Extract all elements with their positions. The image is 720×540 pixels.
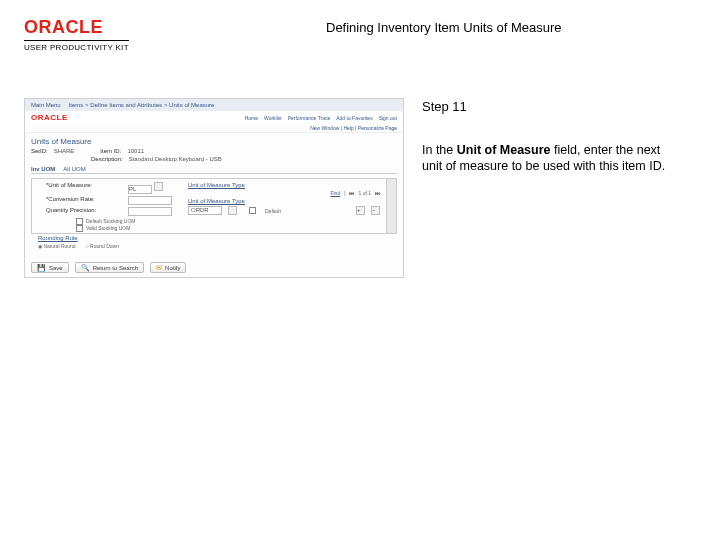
add-row-icon[interactable]: + xyxy=(356,206,365,215)
content-row: Main Menu Items > Define Items and Attri… xyxy=(24,98,696,278)
tutorial-column: Step 11 In the Unit of Measure field, en… xyxy=(422,98,682,175)
uom-type-default-label: Default xyxy=(265,208,281,214)
scrollbar[interactable] xyxy=(386,179,396,233)
return-to-search-button[interactable]: 🔍Return to Search xyxy=(75,262,144,273)
scroll-first-icon[interactable]: ⏮ xyxy=(349,190,354,196)
top-nav-links: Home Worklist Performance Trace Add to F… xyxy=(245,115,397,121)
left-form-panel: *Unit of Measure: PL *Conversion Rate: Q… xyxy=(32,179,182,233)
notify-button[interactable]: ✉Notify xyxy=(150,262,186,273)
brand-subline: USER PRODUCTIVITY KIT xyxy=(24,40,129,52)
instruction-prefix: In the xyxy=(422,143,457,157)
brand-logo: ORACLE USER PRODUCTIVITY KIT xyxy=(24,18,154,54)
nav-favorites[interactable]: Add to Favorites xyxy=(336,115,372,121)
tab-inv-uom[interactable]: Inv UOM xyxy=(31,166,55,172)
brand-wordmark: ORACLE xyxy=(24,18,154,36)
page-util-links: New Window | Help | Personalize Page xyxy=(25,124,403,133)
uom-type-subheading: Unit of Measure Type xyxy=(188,198,380,204)
rounding-natural-option[interactable]: ◉ Natural Round xyxy=(38,243,76,249)
conversion-rate-label: *Conversion Rate: xyxy=(46,196,124,205)
valid-stocking-uom-label: Valid Stocking UOM xyxy=(86,225,130,231)
header: ORACLE USER PRODUCTIVITY KIT Defining In… xyxy=(24,18,696,54)
valid-stocking-uom-checkbox[interactable] xyxy=(76,225,83,232)
itemid-value: 10011 xyxy=(127,148,144,154)
find-link[interactable]: Find xyxy=(330,190,340,196)
rounding-rule-heading: Rounding Rule xyxy=(38,235,176,241)
conversion-rate-input[interactable] xyxy=(128,196,172,205)
nav-home[interactable]: Home xyxy=(245,115,258,121)
breadcrumb-path: Items > Define Items and Attributes > Un… xyxy=(69,102,215,108)
notify-icon: ✉ xyxy=(156,264,162,271)
app-screenshot: Main Menu Items > Define Items and Attri… xyxy=(24,98,404,278)
scroll-last-icon[interactable]: ⏭ xyxy=(375,190,380,196)
description-value: Standard Desktop Keyboard - USB xyxy=(129,156,222,162)
itemid-label: Item ID: xyxy=(100,148,121,154)
lookup-icon[interactable] xyxy=(154,182,163,191)
delete-row-icon[interactable]: − xyxy=(371,206,380,215)
uom-type-input[interactable]: ORDR xyxy=(188,206,222,215)
rounding-down-option[interactable]: ○ Round Down xyxy=(86,243,119,249)
instruction-text: In the Unit of Measure field, enter the … xyxy=(422,142,682,176)
nav-worklist[interactable]: Worklist xyxy=(264,115,282,121)
breadcrumb-root: Main Menu xyxy=(31,102,61,108)
uom-type-default-checkbox[interactable] xyxy=(249,207,256,214)
default-stocking-uom-checkbox[interactable] xyxy=(76,218,83,225)
quantity-precision-label: Quantity Precision: xyxy=(46,207,124,216)
instruction-bold: Unit of Measure xyxy=(457,143,551,157)
quantity-precision-input[interactable] xyxy=(128,207,172,216)
uom-type-heading: Unit of Measure Type xyxy=(188,182,380,188)
nav-perf-trace[interactable]: Performance Trace xyxy=(288,115,331,121)
page-title: Units of Measure xyxy=(31,137,397,146)
setid-value: SHARE xyxy=(54,148,75,154)
tab-all-uom[interactable]: All UOM xyxy=(63,166,85,172)
tab-strip: Inv UOM All UOM xyxy=(31,166,397,174)
page-root: ORACLE USER PRODUCTIVITY KIT Defining In… xyxy=(0,0,720,540)
app-body: Units of Measure SetID: SHARE Item ID: 1… xyxy=(25,133,403,256)
save-button[interactable]: 💾Save xyxy=(31,262,69,273)
step-label: Step 11 xyxy=(422,98,682,116)
document-title: Defining Inventory Item Units of Measure xyxy=(326,20,562,35)
app-brand-word: ORACLE xyxy=(31,113,68,122)
lookup-icon[interactable] xyxy=(228,206,237,215)
setid-label: SetID: xyxy=(31,148,48,154)
description-label: Description: xyxy=(91,156,123,162)
action-button-row: 💾Save 🔍Return to Search ✉Notify xyxy=(25,262,403,277)
uom-input[interactable]: PL xyxy=(128,185,152,194)
uom-label: *Unit of Measure: xyxy=(46,182,124,194)
breadcrumb: Main Menu Items > Define Items and Attri… xyxy=(25,99,403,111)
right-type-panel: Unit of Measure Type Find | ⏮ 1 of 1 ⏭ U… xyxy=(182,179,386,233)
return-icon: 🔍 xyxy=(81,264,90,271)
nav-signout[interactable]: Sign out xyxy=(379,115,397,121)
save-icon: 💾 xyxy=(37,264,46,271)
brand-bar: ORACLE Home Worklist Performance Trace A… xyxy=(25,111,403,124)
default-stocking-uom-label: Default Stocking UOM xyxy=(86,218,135,224)
detail-scroll-area: *Unit of Measure: PL *Conversion Rate: Q… xyxy=(31,178,397,234)
